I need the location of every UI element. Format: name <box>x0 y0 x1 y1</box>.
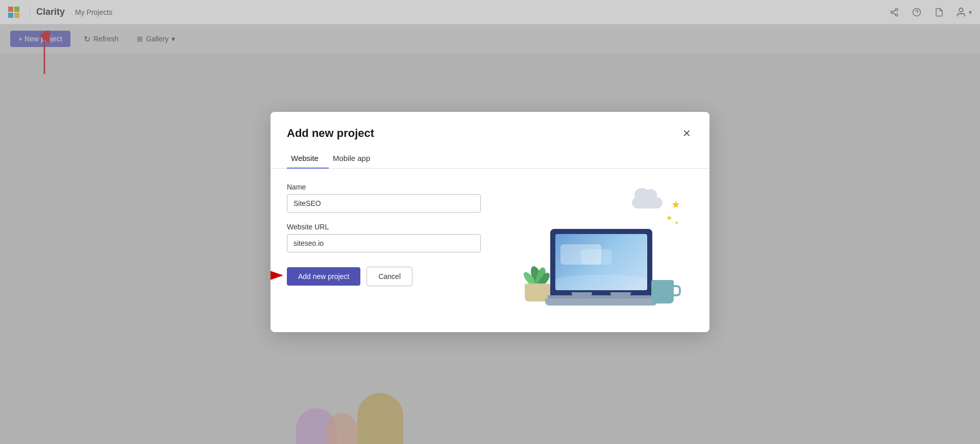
star-icon-1: ★ <box>671 198 680 211</box>
modal-header: Add new project ✕ <box>271 112 709 141</box>
cloud-body <box>632 197 663 208</box>
laptop-foot-right <box>610 292 631 296</box>
add-project-modal: Add new project ✕ Website Mobile app Nam… <box>271 112 709 332</box>
annotation-arrow-right <box>271 268 287 285</box>
name-label: Name <box>287 183 497 191</box>
name-form-group: Name <box>287 183 497 213</box>
modal-close-button[interactable]: ✕ <box>680 126 693 141</box>
close-icon: ✕ <box>682 128 691 139</box>
url-label: Website URL <box>287 223 497 231</box>
laptop-base <box>545 298 657 306</box>
modal-overlay: Add new project ✕ Website Mobile app Nam… <box>0 0 980 444</box>
star-icon-3: ✦ <box>674 220 679 226</box>
laptop-screen <box>550 229 652 295</box>
laptop-display <box>555 234 647 290</box>
laptop-foot-left <box>572 292 592 296</box>
cancel-button[interactable]: Cancel <box>366 267 412 286</box>
modal-form: Name Website URL <box>287 183 497 316</box>
modal-title: Add new project <box>287 127 374 140</box>
name-input[interactable] <box>287 194 481 213</box>
mug-handle <box>674 285 681 296</box>
laptop-scene: ★ ★ ✦ <box>520 183 683 316</box>
mug-body <box>651 280 674 303</box>
tab-website[interactable]: Website <box>287 149 329 169</box>
mug-illustration <box>651 280 678 307</box>
add-new-project-button[interactable]: Add new project <box>287 267 360 286</box>
url-input[interactable] <box>287 234 481 252</box>
laptop-illustration <box>545 229 657 306</box>
cloud-illustration <box>627 188 668 208</box>
modal-body: Name Website URL <box>271 169 709 332</box>
modal-illustration: ★ ★ ✦ <box>509 183 693 316</box>
modal-tabs: Website Mobile app <box>271 149 709 169</box>
star-icon-2: ★ <box>666 214 673 222</box>
tab-mobile-app[interactable]: Mobile app <box>329 149 380 169</box>
url-form-group: Website URL <box>287 223 497 252</box>
screen-card-2 <box>581 249 611 265</box>
modal-actions: Add new project Cancel <box>287 267 497 286</box>
screen-wave <box>555 275 647 290</box>
